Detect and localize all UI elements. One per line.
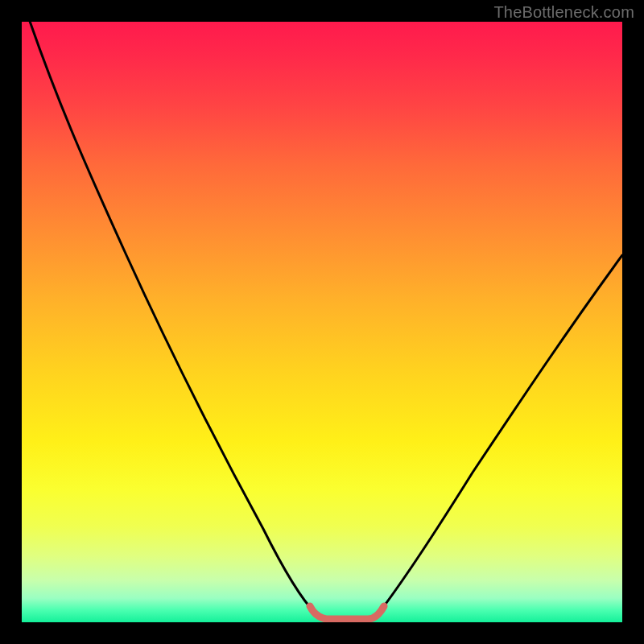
watermark-text: TheBottleneck.com bbox=[493, 3, 634, 22]
bottleneck-curve bbox=[22, 22, 622, 622]
highlight-segment bbox=[310, 606, 384, 619]
curve-path bbox=[22, 22, 622, 620]
plot-area bbox=[22, 22, 622, 622]
chart-frame: TheBottleneck.com bbox=[0, 0, 644, 644]
